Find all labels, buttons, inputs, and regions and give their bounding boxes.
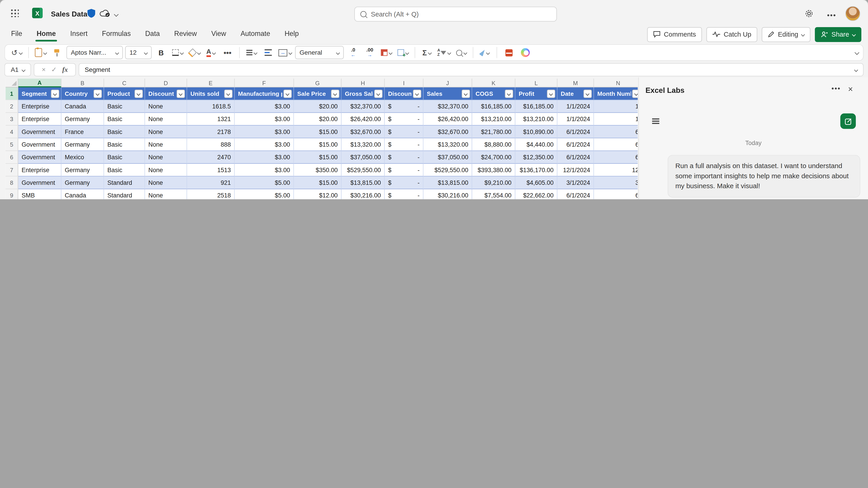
fill-color-button[interactable] [187, 46, 202, 59]
autosum-button[interactable]: Σ [420, 46, 434, 59]
cell[interactable]: 3/1/2024 [557, 176, 594, 189]
row-header-9[interactable]: 9 [5, 189, 18, 199]
cell[interactable]: 1 [594, 113, 638, 126]
cell[interactable]: 921 [187, 176, 235, 189]
cell[interactable]: $15.00 [294, 138, 342, 151]
column-header-B[interactable]: B [61, 78, 104, 88]
cell[interactable]: $13,320.00 [423, 138, 472, 151]
cell[interactable]: 1513 [187, 164, 235, 176]
cell[interactable]: $15.00 [294, 126, 342, 138]
cell[interactable]: $- [385, 113, 423, 126]
cell[interactable]: $- [385, 164, 423, 176]
cell[interactable]: 1/1/2024 [557, 100, 594, 113]
number-format-select[interactable]: General [295, 46, 344, 59]
settings-gear-icon[interactable] [804, 9, 814, 18]
cell[interactable]: Government [18, 176, 61, 189]
table-header-cell[interactable]: Discount band [145, 88, 187, 100]
copilot-button[interactable] [518, 46, 532, 59]
comments-button[interactable]: Comments [647, 27, 702, 42]
filter-button[interactable] [94, 90, 102, 98]
cell[interactable]: $12,350.00 [515, 151, 557, 164]
cell[interactable]: 1 [594, 100, 638, 113]
column-header-I[interactable]: I [385, 78, 423, 88]
panel-menu-icon[interactable] [652, 119, 659, 120]
row-header-8[interactable]: 8 [5, 176, 18, 189]
filter-button[interactable] [331, 90, 339, 98]
font-name-select[interactable]: Aptos Narr... [66, 46, 123, 59]
table-header-cell[interactable]: Sales [423, 88, 472, 100]
cell[interactable]: SMB [18, 189, 61, 199]
cell[interactable]: $12.00 [294, 189, 342, 199]
catch-up-button[interactable]: Catch Up [706, 27, 757, 42]
decrease-decimal-button[interactable]: .0← [346, 46, 361, 59]
cell[interactable]: Enterprise [18, 113, 61, 126]
filter-button[interactable] [413, 90, 421, 98]
cell[interactable]: None [145, 164, 187, 176]
cell[interactable]: $393,380.00 [472, 164, 515, 176]
autosave-cloud-icon[interactable] [100, 9, 111, 17]
table-header-cell[interactable]: Date [557, 88, 594, 100]
cell[interactable]: $529,550.00 [342, 164, 385, 176]
more-options-icon[interactable]: ••• [827, 11, 836, 20]
cell[interactable]: $3.00 [235, 151, 294, 164]
excel-logo-icon[interactable]: X [32, 8, 43, 18]
cell[interactable]: Enterprise [18, 164, 61, 176]
cell[interactable]: Government [18, 126, 61, 138]
title-chevron-icon[interactable] [114, 12, 119, 17]
cell[interactable]: $350.00 [294, 164, 342, 176]
filter-button[interactable] [177, 90, 185, 98]
confirm-entry-icon[interactable]: ✓ [51, 66, 57, 73]
cell[interactable]: $4,605.00 [515, 176, 557, 189]
cell[interactable]: 2518 [187, 189, 235, 199]
cell[interactable]: $136,170.00 [515, 164, 557, 176]
cell[interactable]: None [145, 138, 187, 151]
table-header-cell[interactable]: Profit [515, 88, 557, 100]
cell[interactable]: None [145, 100, 187, 113]
column-header-G[interactable]: G [294, 78, 342, 88]
menu-formulas[interactable]: Formulas [102, 27, 131, 41]
menu-home[interactable]: Home [37, 27, 56, 41]
cell[interactable]: Standard [104, 176, 145, 189]
cell[interactable]: $15.00 [294, 151, 342, 164]
user-avatar[interactable] [845, 6, 860, 21]
cell[interactable]: $13,210.00 [515, 113, 557, 126]
cell[interactable]: $32,670.00 [342, 126, 385, 138]
column-header-J[interactable]: J [423, 78, 472, 88]
menu-help[interactable]: Help [285, 27, 299, 41]
cell[interactable]: $3.00 [235, 126, 294, 138]
table-header-cell[interactable]: Product [104, 88, 145, 100]
column-header-E[interactable]: E [187, 78, 235, 88]
cell[interactable]: None [145, 176, 187, 189]
panel-more-icon[interactable]: ••• [831, 84, 841, 92]
cell[interactable]: $529,550.00 [423, 164, 472, 176]
table-header-cell[interactable]: Gross Sales [342, 88, 385, 100]
column-header-C[interactable]: C [104, 78, 145, 88]
table-header-cell[interactable]: Country [61, 88, 104, 100]
cell[interactable]: $20.00 [294, 100, 342, 113]
filter-button[interactable] [283, 90, 292, 98]
cell[interactable]: $3.00 [235, 138, 294, 151]
cell[interactable]: $16,185.00 [515, 100, 557, 113]
table-header-cell[interactable]: COGS [472, 88, 515, 100]
row-header-3[interactable]: 3 [5, 113, 18, 126]
column-header-F[interactable]: F [235, 78, 294, 88]
new-chat-button[interactable] [840, 113, 856, 129]
cell[interactable]: $5.00 [235, 189, 294, 199]
cell[interactable]: Basic [104, 138, 145, 151]
cell[interactable]: None [145, 126, 187, 138]
cell[interactable]: 6 [594, 189, 638, 199]
cell[interactable]: 6 [594, 138, 638, 151]
row-header-5[interactable]: 5 [5, 138, 18, 151]
row-header-4[interactable]: 4 [5, 126, 18, 138]
filter-button[interactable] [632, 90, 638, 98]
cell[interactable]: $30,216.00 [423, 189, 472, 199]
filter-button[interactable] [224, 90, 232, 98]
cell[interactable]: $- [385, 126, 423, 138]
row-header-2[interactable]: 2 [5, 100, 18, 113]
bold-button[interactable]: B [154, 46, 168, 59]
menu-insert[interactable]: Insert [70, 27, 88, 41]
column-header-D[interactable]: D [145, 78, 187, 88]
filter-button[interactable] [547, 90, 555, 98]
share-button[interactable]: Share [815, 27, 862, 42]
cell[interactable]: $21,780.00 [472, 126, 515, 138]
